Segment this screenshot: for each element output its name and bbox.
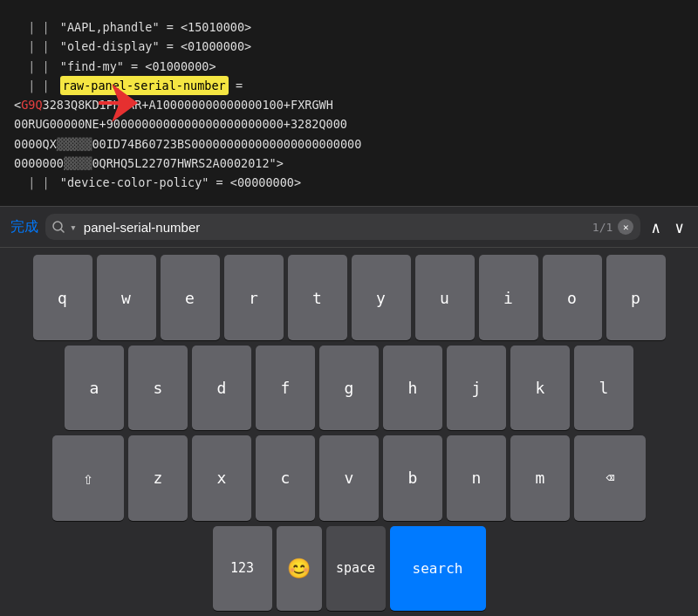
key-r[interactable]: r bbox=[224, 255, 284, 339]
key-j[interactable]: j bbox=[447, 346, 506, 430]
key-u[interactable]: u bbox=[415, 255, 475, 339]
key-f[interactable]: f bbox=[256, 346, 315, 430]
search-input-wrap: ▾ 1/1 ✕ bbox=[45, 214, 640, 240]
prev-result-button[interactable]: ∧ bbox=[647, 218, 664, 236]
key-q[interactable]: q bbox=[33, 255, 92, 339]
delete-key[interactable]: ⌫ bbox=[574, 435, 646, 520]
key-x[interactable]: x bbox=[192, 435, 251, 520]
done-button[interactable]: 完成 bbox=[10, 218, 38, 236]
key-c[interactable]: c bbox=[256, 435, 315, 520]
key-h[interactable]: h bbox=[383, 346, 442, 430]
svg-marker-0 bbox=[99, 84, 138, 122]
space-key[interactable]: space bbox=[326, 526, 386, 611]
red-arrow bbox=[94, 77, 147, 134]
key-n[interactable]: n bbox=[447, 435, 506, 520]
key-g[interactable]: g bbox=[319, 346, 379, 430]
key-d[interactable]: d bbox=[192, 346, 251, 430]
key-t[interactable]: t bbox=[288, 255, 347, 339]
key-v[interactable]: v bbox=[319, 435, 379, 520]
code-line-8: 0000000▓▓▓▓0QRHQ5L22707HWRS2A0002012"> bbox=[14, 154, 684, 173]
keyboard-row-3: ⇧ z x c v b n m ⌫ bbox=[3, 435, 695, 520]
keyboard-row-2: a s d f g h j k l bbox=[3, 346, 695, 430]
code-line-9: | | "device-color-policy" = <00000000> bbox=[14, 173, 684, 192]
search-bar: 完成 ▾ 1/1 ✕ ∧ ∨ bbox=[0, 206, 698, 248]
key-b[interactable]: b bbox=[383, 435, 442, 520]
key-i[interactable]: i bbox=[479, 255, 538, 339]
key-s[interactable]: s bbox=[128, 346, 188, 430]
code-line-2: | | "oled-display" = <01000000> bbox=[14, 37, 684, 56]
search-dropdown-icon[interactable]: ▾ bbox=[70, 221, 77, 234]
key-p[interactable]: p bbox=[606, 255, 666, 339]
key-z[interactable]: z bbox=[128, 435, 188, 520]
key-e[interactable]: e bbox=[161, 255, 220, 339]
key-y[interactable]: y bbox=[352, 255, 411, 339]
key-o[interactable]: o bbox=[543, 255, 602, 339]
key-k[interactable]: k bbox=[510, 346, 570, 430]
numbers-key[interactable]: 123 bbox=[213, 526, 272, 611]
keyboard-bottom-row: 123 😊 space search bbox=[3, 526, 695, 611]
code-line-1: | | "AAPL,phandle" = <15010000> bbox=[14, 17, 684, 37]
key-l[interactable]: l bbox=[574, 346, 633, 430]
keyboard-row-1: q w e r t y u i o p bbox=[3, 255, 695, 339]
search-icon bbox=[52, 221, 65, 233]
search-key[interactable]: search bbox=[390, 526, 486, 611]
key-a[interactable]: a bbox=[65, 346, 124, 430]
code-line-7: 0000QX▓▓▓▓▓00ID74B60723BS000000000000000… bbox=[14, 134, 684, 154]
keyboard: q w e r t y u i o p a s d f g h j k l ⇧ … bbox=[0, 248, 698, 616]
code-display: | | "AAPL,phandle" = <15010000> | | "ole… bbox=[0, 0, 698, 206]
next-result-button[interactable]: ∨ bbox=[671, 218, 688, 236]
clear-button[interactable]: ✕ bbox=[618, 219, 633, 235]
key-m[interactable]: m bbox=[510, 435, 570, 520]
search-input[interactable] bbox=[84, 220, 587, 235]
code-line-3: | | "find-my" = <01000000> bbox=[14, 57, 684, 76]
key-w[interactable]: w bbox=[97, 255, 156, 339]
emoji-key[interactable]: 😊 bbox=[277, 526, 322, 611]
shift-key[interactable]: ⇧ bbox=[52, 435, 124, 520]
svg-line-2 bbox=[61, 229, 64, 232]
search-result-count: 1/1 bbox=[592, 221, 612, 234]
